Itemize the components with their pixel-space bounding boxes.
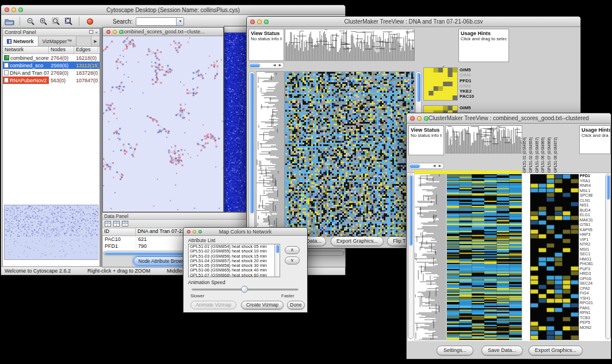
treeview2-mini-hscrollbar[interactable]: ◀ ▶	[408, 163, 444, 169]
done-button[interactable]: Done	[287, 301, 305, 309]
scrollbar-thumb[interactable]	[409, 175, 412, 246]
column-header[interactable]: ID	[102, 228, 136, 236]
float-panel-icon[interactable]	[89, 30, 93, 34]
network-list-row[interactable]: RNAPuberNov2 563(0) 107847(0)	[3, 76, 100, 84]
animation-speed-slider[interactable]	[192, 286, 299, 293]
treeview2-zoom-vscrollbar[interactable]	[605, 174, 611, 339]
treeview2-titlebar[interactable]: ClusterMaker TreeView : combined_scores_…	[407, 113, 611, 124]
column-header[interactable]: Network	[3, 47, 49, 53]
minimize-button[interactable]	[193, 230, 196, 233]
network-overview-canvas[interactable]	[5, 205, 99, 259]
gene-label[interactable]: PHO81	[580, 262, 605, 267]
gene-label[interactable]: TCB3	[580, 316, 605, 321]
treeview2-vscrollbar[interactable]	[408, 174, 414, 339]
search-input[interactable]: ▼	[136, 17, 184, 26]
column-header[interactable]: Nodes	[49, 47, 74, 53]
gene-label[interactable]: YSH1	[580, 296, 605, 301]
scroll-right-icon[interactable]: ▶	[437, 163, 443, 168]
network-overview-panel[interactable]	[4, 205, 98, 260]
slider-thumb[interactable]	[241, 286, 248, 293]
scrollbar-thumb[interactable]	[250, 73, 254, 213]
minimize-button[interactable]	[417, 116, 422, 121]
gene-label[interactable]: MSL1	[580, 189, 605, 194]
combo-arrow-icon[interactable]: ▼	[176, 18, 183, 25]
network-list-row[interactable]: DNA and Tran 07 2769(0) 183728(0)	[3, 69, 100, 76]
delete-attribute-icon[interactable]	[122, 221, 128, 227]
gene-label[interactable]: VIP1	[580, 237, 605, 243]
network-view-titlebar[interactable]: combined_scores_good.txt--cluste...	[103, 28, 223, 36]
move-up-button[interactable]: ∧	[285, 246, 300, 254]
gene-label[interactable]: SPC98	[580, 193, 605, 198]
zoom-out-button[interactable]	[25, 16, 36, 27]
treeview1-vscrollbar[interactable]	[248, 71, 255, 236]
zoom-selected-button[interactable]	[50, 16, 62, 27]
close-button[interactable]	[187, 230, 190, 233]
scrollbar-thumb[interactable]	[416, 73, 420, 102]
scroll-right-icon[interactable]: ▶	[277, 63, 283, 68]
red-badge-button[interactable]	[84, 16, 95, 27]
create-vizmap-button[interactable]: Create Vizmap	[241, 301, 284, 309]
scroll-left-icon[interactable]: ◀	[271, 63, 277, 68]
treeview1-heatmap[interactable]	[285, 72, 414, 236]
gene-label[interactable]: RPN1	[580, 311, 605, 316]
gene-label[interactable]: YRA1	[580, 179, 605, 184]
treeview1-mini-hscrollbar[interactable]: ◀ ▶	[248, 62, 284, 68]
zoom-button[interactable]	[119, 30, 123, 34]
scrollbar-thumb[interactable]	[250, 63, 260, 67]
minimize-button[interactable]	[257, 20, 262, 24]
move-down-button[interactable]: ∨	[285, 256, 300, 265]
select-attributes-icon[interactable]	[105, 221, 111, 227]
zoom-fit-button[interactable]	[63, 16, 74, 27]
create-attribute-icon[interactable]	[113, 221, 120, 227]
treeview1-zoom-matrix[interactable]	[424, 68, 457, 100]
gene-label[interactable]: CLN1	[580, 198, 605, 204]
column-header[interactable]: Edges	[74, 47, 98, 53]
gene-label[interactable]: MAK31	[580, 218, 605, 223]
treeview2-zoom-heatmap[interactable]	[530, 174, 579, 340]
treeview2-heatmap[interactable]	[447, 174, 522, 340]
gene-label[interactable]: ELG1	[580, 213, 605, 218]
minimize-button[interactable]	[113, 30, 117, 34]
close-button[interactable]	[250, 20, 255, 24]
treeview1-column-dendrogram[interactable]	[285, 29, 414, 60]
zoom-button[interactable]	[424, 116, 429, 121]
gene-label[interactable]: PAN1	[580, 306, 605, 311]
scrollbar-thumb[interactable]	[606, 175, 610, 200]
close-button[interactable]	[5, 7, 9, 12]
treeview2-row-dendrogram[interactable]	[415, 174, 446, 340]
gene-label[interactable]: GPI16	[580, 277, 605, 282]
network-list-row[interactable]: combined_sco 2569(6) 13112(15)	[3, 62, 100, 69]
scrollbar-thumb[interactable]	[410, 164, 420, 168]
gene-label[interactable]: GTB1	[580, 223, 605, 228]
gene-label[interactable]: MON2	[580, 325, 605, 331]
dialog-titlebar[interactable]: Map Colors to Network	[183, 228, 307, 236]
tab-vizmapper[interactable]: VizMapper™	[39, 36, 77, 46]
attribute-list[interactable]: GPL51-01 (GSM854) heat shock 05 minGPL51…	[188, 244, 280, 277]
gene-label[interactable]: KAP95	[580, 228, 605, 233]
gene-label[interactable]: RNR4	[580, 183, 605, 189]
gene-label[interactable]: SEC24	[580, 281, 605, 286]
gene-label[interactable]: HAP3	[580, 232, 605, 237]
scrollbar-thumb[interactable]	[276, 245, 279, 253]
gene-label[interactable]: FIG4	[580, 291, 605, 296]
close-button[interactable]	[106, 30, 110, 34]
close-button[interactable]	[410, 116, 415, 121]
gene-label[interactable]: NTR2	[580, 242, 605, 247]
zoom-button[interactable]	[264, 20, 269, 24]
gene-label[interactable]: PUF3	[580, 267, 605, 272]
zoom-button[interactable]	[198, 230, 202, 233]
network-canvas[interactable]	[103, 36, 223, 212]
treeview1-row-dendrogram[interactable]	[257, 72, 284, 236]
gene-label[interactable]: RPO21	[580, 301, 605, 306]
tab-network[interactable]: Network	[3, 36, 39, 46]
scroll-left-icon[interactable]: ◀	[431, 163, 437, 168]
gene-label[interactable]: BUD4	[580, 208, 605, 213]
settings-button[interactable]: Settings...	[437, 346, 473, 355]
attribute-list-scrollbar[interactable]	[274, 244, 280, 277]
gene-label[interactable]: SEC1	[580, 252, 605, 257]
gene-label[interactable]: CPA2	[580, 286, 605, 292]
open-session-button[interactable]	[3, 16, 15, 27]
export-graphics-button[interactable]: Export Graphics...	[331, 236, 384, 246]
attribute-item[interactable]: GPL51-07 (GSM868) heat shock 60 min	[189, 273, 280, 277]
zoom-in-button[interactable]	[37, 16, 49, 27]
